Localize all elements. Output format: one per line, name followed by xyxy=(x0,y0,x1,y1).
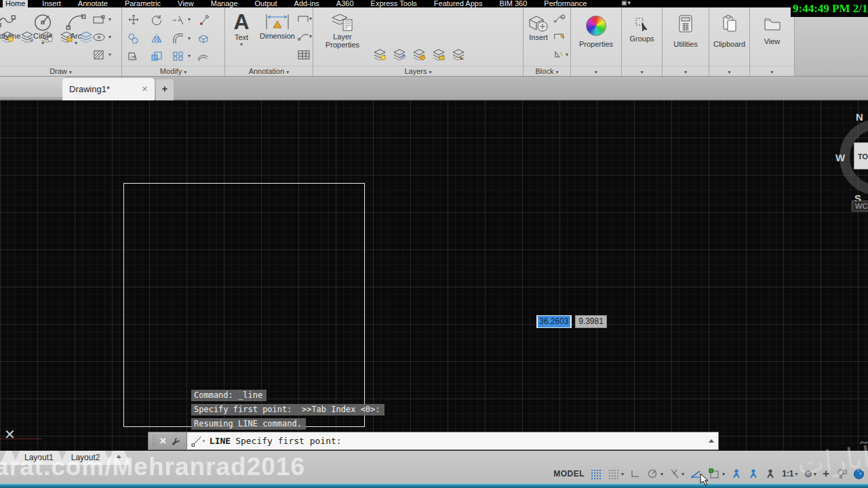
snap-dropdown[interactable]: ▾ xyxy=(621,471,624,477)
leader-button[interactable] xyxy=(297,14,309,24)
dimension-button[interactable]: Dimension xyxy=(256,12,298,40)
block-edit-button[interactable] xyxy=(553,14,565,24)
fillet-button[interactable] xyxy=(172,33,186,45)
multileader-dropdown[interactable]: ▾ xyxy=(309,33,312,39)
groups-icon[interactable] xyxy=(634,16,650,33)
draw-panel-label[interactable]: Draw ▾ xyxy=(0,66,121,76)
ribbon-tab-addins[interactable]: Add-ins xyxy=(292,0,322,7)
layer-on-all-button[interactable] xyxy=(373,48,387,60)
file-tab-close-icon[interactable]: ✕ xyxy=(142,85,148,94)
grid-display-toggle[interactable] xyxy=(591,469,602,479)
move-button[interactable] xyxy=(127,14,141,26)
edit-attribute-button[interactable] xyxy=(553,32,565,42)
layer-off-button[interactable] xyxy=(1,30,14,43)
ribbon-tab-express-tools[interactable]: Express Tools xyxy=(368,0,420,7)
groups-label[interactable]: Groups xyxy=(622,35,662,43)
command-close-icon[interactable]: ✕ xyxy=(159,436,167,446)
dynamic-input-y[interactable]: 9.3981 xyxy=(575,315,607,328)
viewcube-west-label[interactable]: W xyxy=(835,152,845,163)
polar-dropdown[interactable]: ▾ xyxy=(660,471,663,477)
new-drawing-tab-button[interactable]: + xyxy=(156,79,174,100)
layer-match-button[interactable] xyxy=(79,30,93,43)
layer-properties-button[interactable]: Layer Properties xyxy=(320,12,365,49)
viewcube-north-label[interactable]: N xyxy=(856,111,863,123)
command-options-caret[interactable]: ▾ xyxy=(202,438,205,444)
text-button[interactable]: A Text ▾ xyxy=(228,10,255,47)
autoscale-toggle[interactable] xyxy=(748,468,759,479)
layer-unlock-button[interactable] xyxy=(432,48,446,60)
layer-unisolate-button[interactable] xyxy=(393,48,406,60)
command-history-toggle-icon[interactable] xyxy=(709,439,714,443)
hatch-dropdown[interactable]: ▾ xyxy=(108,52,111,58)
mirror-button[interactable] xyxy=(151,33,164,45)
scale-button[interactable] xyxy=(151,51,164,63)
insert-button[interactable]: Insert xyxy=(525,13,552,41)
explode-button[interactable] xyxy=(197,33,210,45)
view-icon[interactable] xyxy=(763,16,782,33)
model-space-button[interactable]: MODEL xyxy=(553,469,585,479)
utilities-label[interactable]: Utilities xyxy=(663,40,709,48)
isometric-drafting-toggle[interactable]: ▾ xyxy=(669,468,684,479)
annotation-scale-icon[interactable] xyxy=(765,468,776,479)
snap-mode-toggle[interactable]: ▾ xyxy=(608,469,624,479)
ribbon-tab-output[interactable]: Output xyxy=(252,0,280,7)
ellipse-button[interactable] xyxy=(92,32,104,42)
clipboard-label[interactable]: Clipboard xyxy=(709,40,749,48)
fillet-dropdown[interactable]: ▾ xyxy=(188,35,191,41)
viewcube-top-face[interactable]: TOP xyxy=(854,142,868,169)
dynamic-input-x[interactable]: 36.2603 xyxy=(536,315,572,328)
ribbon-tab-featured-apps[interactable]: Featured Apps xyxy=(431,0,486,7)
ribbon-tab-bim360[interactable]: BIM 360 xyxy=(496,0,530,7)
annotation-visibility-toggle[interactable] xyxy=(731,468,742,479)
annotation-scale-button[interactable]: 1:1▾ xyxy=(782,469,797,479)
annotation-scale-dropdown[interactable]: ▾ xyxy=(795,471,797,477)
object-snap-toggle[interactable]: ▾ xyxy=(709,468,725,479)
ribbon-collapse-icon[interactable]: ▣▾ xyxy=(621,0,631,6)
ribbon-tab-view[interactable]: View xyxy=(175,0,197,7)
trim-dropdown[interactable]: ▾ xyxy=(188,16,191,22)
layers-panel-label[interactable]: Layers ▾ xyxy=(313,66,523,76)
rotate-button[interactable] xyxy=(151,14,164,26)
multileader-button[interactable] xyxy=(297,32,309,42)
properties-label[interactable]: Properties xyxy=(571,40,621,48)
file-tab-drawing1[interactable]: Drawing1* ✕ xyxy=(62,78,155,100)
ortho-mode-toggle[interactable] xyxy=(630,469,641,479)
block-panel-label[interactable]: Block ▾ xyxy=(524,66,570,76)
isometric-dropdown[interactable]: ▾ xyxy=(682,471,684,477)
copy-button[interactable] xyxy=(127,33,141,45)
utilities-panel-caret[interactable]: ▾ xyxy=(663,66,709,76)
object-snap-dropdown[interactable]: ▾ xyxy=(722,471,725,477)
drawing-canvas[interactable]: Command: _line Specify first point: >>Ta… xyxy=(0,100,868,451)
ribbon-tab-insert[interactable]: Insert xyxy=(39,0,64,7)
clipboard-panel-caret[interactable]: ▾ xyxy=(709,66,749,76)
clipboard-icon[interactable] xyxy=(721,14,738,33)
viewcube-wcs-menu[interactable]: WCS xyxy=(852,201,868,211)
rectangle-dropdown[interactable]: ▾ xyxy=(108,16,111,22)
grip-dots-icon[interactable] xyxy=(152,434,155,447)
ribbon-tab-parametric[interactable]: Parametric xyxy=(122,0,163,7)
view-panel-caret[interactable]: ▾ xyxy=(750,66,794,76)
view-label[interactable]: View xyxy=(750,37,794,45)
offset-button[interactable] xyxy=(197,51,210,63)
command-dock-grip[interactable]: ✕ xyxy=(148,432,187,450)
layer-change-button[interactable] xyxy=(452,48,465,60)
ellipse-dropdown[interactable]: ▾ xyxy=(108,34,111,40)
array-button[interactable] xyxy=(172,51,186,63)
modify-panel-label[interactable]: Modify ▾ xyxy=(122,66,224,76)
ribbon-tab-a360[interactable]: A360 xyxy=(334,0,357,7)
properties-panel-caret[interactable]: ▾ xyxy=(571,66,621,76)
define-attribute-button[interactable] xyxy=(553,49,565,60)
layer-freeze-button[interactable] xyxy=(40,30,54,43)
utilities-icon[interactable] xyxy=(677,14,694,33)
layer-lock-button[interactable] xyxy=(60,30,73,43)
trim-button[interactable] xyxy=(172,15,186,27)
command-customize-wrench-icon[interactable] xyxy=(171,436,180,446)
hatch-button[interactable] xyxy=(92,49,104,60)
layer-isolate-button[interactable] xyxy=(20,30,34,43)
ribbon-tab-manage[interactable]: Manage xyxy=(208,0,241,7)
polar-tracking-toggle[interactable]: ▾ xyxy=(647,469,663,479)
command-input[interactable]: ▾ LINE Specify first point: xyxy=(187,432,719,450)
array-dropdown[interactable]: ▾ xyxy=(188,53,191,59)
leader-dropdown[interactable]: ▾ xyxy=(309,16,312,22)
ribbon-tab-annotate[interactable]: Annotate xyxy=(75,0,111,7)
